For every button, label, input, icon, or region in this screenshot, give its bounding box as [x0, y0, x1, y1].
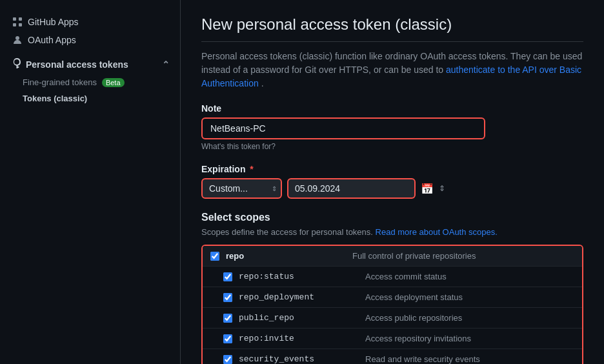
scope-row-repo-invite: repo:invite Access repository invitation…	[203, 329, 582, 349]
scope-desc-repo-deployment: Access deployment status	[365, 292, 463, 302]
scope-name-repo-invite: repo:invite	[239, 334, 355, 343]
svg-rect-2	[13, 23, 16, 26]
scope-desc-repo-invite: Access repository invitations	[365, 334, 471, 343]
note-label: Note	[201, 103, 583, 114]
sidebar-item-oauth-apps[interactable]: OAuth Apps	[0, 31, 180, 49]
svg-rect-0	[13, 17, 16, 21]
scope-name-repo-deployment: repo_deployment	[239, 292, 355, 302]
scope-desc-security-events: Read and write security events	[365, 354, 480, 364]
key-icon	[10, 58, 21, 70]
scope-row-repo: repo Full control of private repositorie…	[203, 246, 582, 267]
beta-badge: Beta	[102, 78, 125, 87]
date-stepper-icon[interactable]: ⇕	[439, 184, 445, 193]
required-indicator: *	[250, 164, 253, 174]
oauth-scopes-link[interactable]: Read more about OAuth scopes.	[376, 227, 498, 237]
scopes-description: Scopes define the access for personal to…	[201, 227, 583, 237]
sidebar-item-tokens-classic[interactable]: Tokens (classic)	[10, 90, 180, 106]
main-content: New personal access token (classic) Pers…	[181, 0, 604, 364]
note-group: Note What's this token for?	[201, 103, 583, 151]
chevron-up-icon: ⌃	[162, 59, 170, 70]
scopes-section: Select scopes Scopes define the access f…	[201, 212, 583, 364]
sidebar-item-github-apps-label: GitHub Apps	[28, 17, 79, 27]
scope-name-repo: repo	[226, 251, 342, 261]
scope-desc-repo-status: Access commit status	[365, 272, 447, 281]
sidebar-pat-header[interactable]: Personal access tokens ⌃	[0, 54, 180, 74]
scope-name-repo-status: repo:status	[239, 272, 355, 281]
scope-name-public-repo: public_repo	[239, 313, 355, 323]
sidebar-pat-subitems: Fine-grained tokens Beta Tokens (classic…	[0, 74, 180, 106]
expiration-select-wrapper: Custom... 30 days 60 days 90 days No exp…	[201, 178, 282, 199]
scopes-title: Select scopes	[201, 212, 583, 223]
description-text-2: .	[261, 78, 264, 88]
calendar-icon: 📅	[421, 183, 434, 195]
svg-point-4	[15, 36, 19, 40]
scopes-table: repo Full control of private repositorie…	[201, 245, 583, 364]
note-hint: What's this token for?	[201, 142, 583, 151]
svg-rect-1	[19, 17, 22, 21]
scope-checkbox-repo-invite[interactable]	[223, 334, 232, 343]
scope-row-repo-status: repo:status Access commit status	[203, 267, 582, 287]
sidebar-item-fine-grained[interactable]: Fine-grained tokens Beta	[10, 74, 180, 90]
note-input[interactable]	[201, 117, 485, 139]
page-description: Personal access tokens (classic) functio…	[201, 50, 583, 90]
tokens-classic-label: Tokens (classic)	[23, 94, 87, 103]
sidebar-item-github-apps[interactable]: GitHub Apps	[0, 13, 180, 31]
scope-row-repo-deployment: repo_deployment Access deployment status	[203, 287, 582, 308]
fine-grained-label: Fine-grained tokens	[23, 77, 97, 87]
scope-checkbox-repo-deployment[interactable]	[223, 293, 232, 302]
scope-checkbox-public-repo[interactable]	[223, 314, 232, 323]
expiration-select[interactable]: Custom... 30 days 60 days 90 days No exp…	[201, 178, 282, 199]
scope-row-security-events: security_events Read and write security …	[203, 349, 582, 364]
scope-name-security-events: security_events	[239, 354, 355, 364]
sidebar-pat-label: Personal access tokens	[26, 59, 128, 70]
page-title: New personal access token (classic)	[201, 15, 583, 42]
scope-checkbox-security-events[interactable]	[223, 355, 232, 364]
person-icon	[12, 35, 23, 45]
scope-desc-repo: Full control of private repositories	[352, 251, 476, 261]
expiration-group: Expiration * Custom... 30 days 60 days 9…	[201, 164, 583, 199]
scope-checkbox-repo-status[interactable]	[223, 272, 232, 281]
expiration-label: Expiration *	[201, 164, 583, 174]
scope-desc-public-repo: Access public repositories	[365, 313, 462, 323]
sidebar-group-apps: GitHub Apps OAuth Apps	[0, 10, 180, 52]
svg-rect-3	[19, 23, 22, 26]
expiration-date-input[interactable]	[287, 178, 416, 199]
sidebar: GitHub Apps OAuth Apps Personal access t…	[0, 0, 181, 364]
sidebar-group-pat: Personal access tokens ⌃ Fine-grained to…	[0, 52, 180, 109]
scope-checkbox-repo[interactable]	[210, 252, 219, 261]
expiration-row: Custom... 30 days 60 days 90 days No exp…	[201, 178, 583, 199]
grid-icon	[12, 17, 23, 27]
sidebar-item-oauth-apps-label: OAuth Apps	[28, 35, 76, 45]
scope-row-public-repo: public_repo Access public repositories	[203, 308, 582, 329]
